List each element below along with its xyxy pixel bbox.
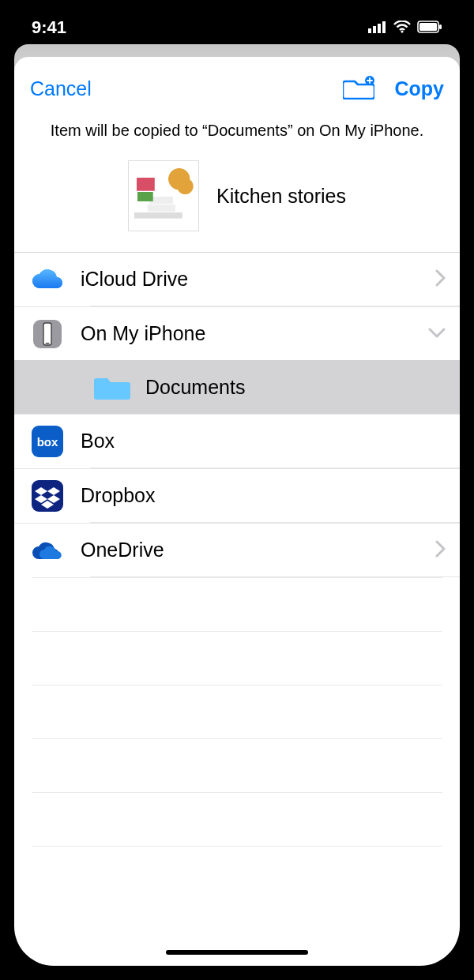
battery-icon (417, 17, 442, 38)
location-label: iCloud Drive (81, 268, 434, 291)
cellular-icon (368, 17, 387, 38)
copy-sheet: Cancel Copy Item will be copied to “Docu… (14, 57, 460, 966)
empty-row (32, 631, 442, 685)
location-label: OneDrive (81, 539, 434, 561)
item-preview: Kitchen stories (14, 143, 460, 252)
location-label: Documents (145, 376, 446, 399)
empty-row (32, 738, 442, 792)
svg-rect-10 (43, 323, 51, 345)
dropbox-icon (28, 477, 66, 515)
location-documents[interactable]: Documents (14, 360, 460, 414)
svg-rect-0 (368, 28, 371, 33)
empty-row (32, 685, 442, 738)
chevron-right-icon (434, 269, 446, 290)
empty-row (32, 577, 442, 631)
svg-point-4 (401, 30, 403, 32)
home-indicator[interactable] (166, 950, 308, 955)
location-icloud-drive[interactable]: iCloud Drive (14, 252, 460, 306)
new-folder-icon[interactable] (343, 74, 374, 103)
empty-row (32, 846, 442, 899)
status-time: 9:41 (32, 17, 66, 38)
svg-rect-7 (439, 24, 442, 29)
onedrive-icon (28, 531, 66, 569)
svg-rect-2 (378, 24, 381, 33)
location-dropbox[interactable]: Dropbox (14, 468, 460, 522)
svg-rect-1 (373, 26, 376, 33)
wifi-icon (393, 17, 411, 38)
item-thumbnail (128, 160, 199, 231)
svg-rect-6 (419, 23, 437, 31)
phone-icon (28, 315, 66, 353)
nav-bar: Cancel Copy (14, 57, 460, 111)
svg-rect-11 (46, 343, 50, 344)
locations-list[interactable]: iCloud Drive On My iPhone Docu (14, 252, 460, 966)
location-on-my-iphone[interactable]: On My iPhone (14, 306, 460, 360)
cancel-button[interactable]: Cancel (30, 77, 92, 100)
item-title: Kitchen stories (216, 185, 346, 208)
cloud-icon (28, 261, 66, 299)
location-label: Box (81, 430, 446, 452)
status-bar: 9:41 (0, 8, 474, 47)
location-label: Dropbox (81, 484, 446, 507)
folder-icon (93, 368, 131, 406)
status-icons (368, 17, 442, 38)
copy-destination-text: Item will be copied to “Documents” on On… (14, 111, 460, 143)
empty-row (32, 792, 442, 846)
location-box[interactable]: box Box (14, 414, 460, 467)
svg-rect-3 (382, 21, 386, 33)
location-label: On My iPhone (81, 322, 428, 345)
box-icon: box (28, 422, 66, 460)
copy-button[interactable]: Copy (395, 77, 445, 100)
location-onedrive[interactable]: OneDrive (14, 523, 460, 576)
chevron-right-icon (434, 540, 446, 561)
svg-text:box: box (37, 435, 58, 449)
chevron-down-icon (428, 327, 446, 341)
phone-frame: 9:41 Cancel Copy Item (0, 0, 474, 980)
